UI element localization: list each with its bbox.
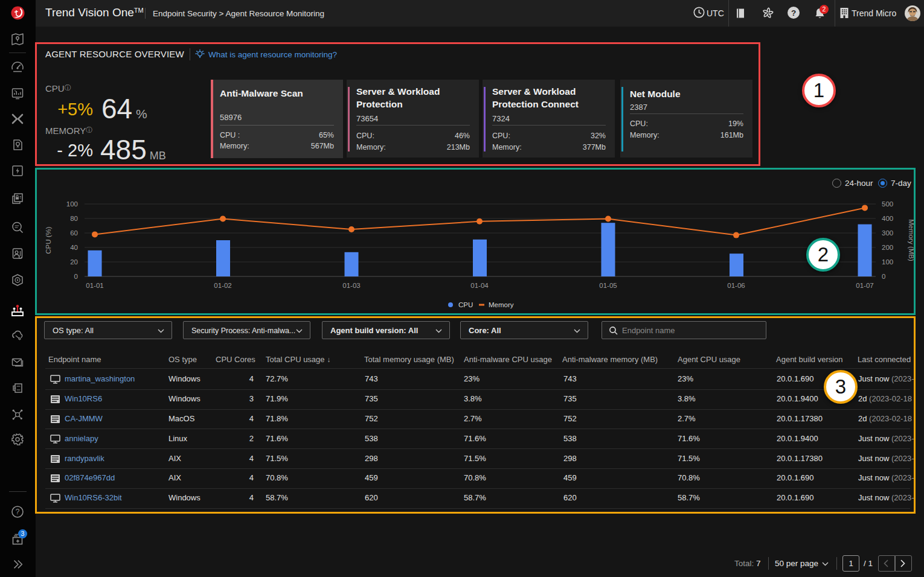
svg-text:?: ? [16, 508, 20, 516]
svg-text:3: 3 [21, 530, 25, 537]
svg-text:?: ? [791, 8, 796, 18]
